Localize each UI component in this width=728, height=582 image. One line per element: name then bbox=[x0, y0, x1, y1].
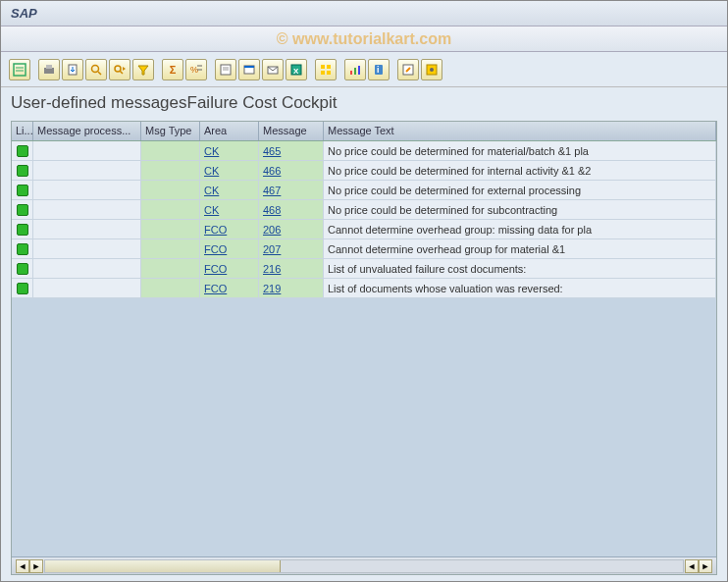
local-file-button[interactable] bbox=[238, 59, 260, 80]
mail-button[interactable] bbox=[262, 59, 284, 80]
scroll-left-button[interactable]: ◄ bbox=[16, 559, 29, 573]
layout-button[interactable] bbox=[315, 59, 337, 80]
process-cell bbox=[33, 259, 141, 278]
sum-button[interactable]: Σ bbox=[162, 59, 183, 80]
details-button[interactable] bbox=[9, 59, 30, 80]
area-cell: FCO bbox=[200, 259, 259, 278]
table-row[interactable]: FCO206Cannot determine overhead group: m… bbox=[12, 220, 716, 239]
status-green-icon bbox=[17, 204, 28, 216]
col-header-lights[interactable]: Li... bbox=[12, 122, 33, 140]
scroll-right-end-button[interactable]: ► bbox=[699, 559, 712, 573]
table-row[interactable]: CK466No price could be determined for in… bbox=[12, 161, 716, 181]
col-header-text[interactable]: Message Text bbox=[324, 122, 716, 140]
message-cell: 466 bbox=[259, 161, 324, 180]
area-link[interactable]: FCO bbox=[204, 224, 227, 236]
text-cell: No price could be determined for materia… bbox=[324, 141, 716, 160]
display-button[interactable] bbox=[421, 59, 442, 80]
svg-text:%: % bbox=[190, 65, 198, 75]
message-link[interactable]: 216 bbox=[263, 263, 281, 275]
msgtype-cell bbox=[141, 141, 200, 160]
msgtype-cell bbox=[141, 259, 200, 278]
status-green-icon bbox=[17, 165, 28, 177]
area-link[interactable]: FCO bbox=[204, 263, 227, 275]
find-button[interactable] bbox=[85, 59, 107, 80]
table-row[interactable]: CK467No price could be determined for ex… bbox=[12, 181, 716, 200]
table-row[interactable]: FCO216List of unvaluated failure cost do… bbox=[12, 259, 716, 279]
subtotal-button[interactable]: % bbox=[185, 59, 207, 80]
status-green-icon bbox=[17, 263, 28, 275]
msgtype-cell bbox=[141, 181, 200, 199]
scroll-thumb[interactable] bbox=[45, 560, 281, 572]
svg-rect-26 bbox=[354, 68, 356, 75]
find-next-button[interactable] bbox=[109, 59, 130, 80]
status-cell bbox=[12, 141, 33, 160]
alv-grid: Li... Message process... Msg Type Area M… bbox=[11, 121, 717, 575]
svg-rect-0 bbox=[14, 64, 26, 76]
table-row[interactable]: FCO219List of documents whose valuation … bbox=[12, 279, 716, 298]
watermark: © www.tutorialkart.com bbox=[277, 30, 451, 48]
area-cell: CK bbox=[200, 161, 259, 180]
message-cell: 219 bbox=[259, 279, 324, 297]
print-preview-button[interactable] bbox=[215, 59, 236, 80]
area-link[interactable]: CK bbox=[204, 165, 219, 177]
status-cell bbox=[12, 279, 33, 297]
msgtype-cell bbox=[141, 161, 200, 180]
msgtype-cell bbox=[141, 200, 200, 219]
svg-rect-21 bbox=[321, 65, 325, 69]
message-link[interactable]: 467 bbox=[263, 185, 281, 196]
table-row[interactable]: FCO207Cannot determine overhead group fo… bbox=[12, 239, 716, 259]
text-cell: No price could be determined for interna… bbox=[324, 161, 716, 180]
print-button[interactable] bbox=[38, 59, 60, 80]
scroll-track[interactable] bbox=[44, 559, 684, 573]
scroll-right-button[interactable]: ► bbox=[29, 559, 43, 573]
msgtype-cell bbox=[141, 279, 200, 297]
table-row[interactable]: CK465No price could be determined for ma… bbox=[12, 141, 716, 161]
message-link[interactable]: 468 bbox=[263, 204, 281, 216]
message-link[interactable]: 466 bbox=[263, 165, 281, 177]
message-cell: 468 bbox=[259, 200, 324, 219]
process-cell bbox=[33, 141, 141, 160]
area-cell: FCO bbox=[200, 279, 259, 297]
status-cell bbox=[12, 181, 33, 199]
message-cell: 206 bbox=[259, 220, 324, 238]
info-button[interactable]: i bbox=[368, 59, 390, 80]
area-cell: FCO bbox=[200, 239, 259, 258]
scroll-left-end-button[interactable]: ◄ bbox=[685, 559, 699, 573]
text-cell: Cannot determine overhead group: missing… bbox=[324, 220, 716, 238]
area-link[interactable]: CK bbox=[204, 145, 219, 157]
status-green-icon bbox=[17, 185, 28, 196]
filter-button[interactable] bbox=[132, 59, 154, 80]
area-cell: FCO bbox=[200, 220, 259, 238]
area-link[interactable]: CK bbox=[204, 185, 219, 196]
table-row[interactable]: CK468No price could be determined for su… bbox=[12, 200, 716, 220]
area-link[interactable]: CK bbox=[204, 204, 219, 216]
status-green-icon bbox=[17, 145, 28, 157]
export-button[interactable] bbox=[62, 59, 83, 80]
svg-rect-17 bbox=[244, 66, 254, 68]
svg-point-6 bbox=[92, 65, 99, 72]
col-header-msgtype[interactable]: Msg Type bbox=[141, 122, 200, 140]
graphic-button[interactable] bbox=[344, 59, 366, 80]
col-header-process[interactable]: Message process... bbox=[33, 122, 141, 140]
message-link[interactable]: 207 bbox=[263, 243, 281, 255]
area-link[interactable]: FCO bbox=[204, 243, 227, 255]
area-link[interactable]: FCO bbox=[204, 283, 227, 294]
svg-text:X: X bbox=[293, 67, 299, 76]
message-cell: 467 bbox=[259, 181, 324, 199]
message-link[interactable]: 465 bbox=[263, 145, 281, 157]
excel-button[interactable]: X bbox=[286, 59, 307, 80]
change-button[interactable] bbox=[397, 59, 419, 80]
svg-line-9 bbox=[120, 71, 123, 74]
title-bar: SAP bbox=[1, 1, 727, 26]
svg-rect-4 bbox=[46, 65, 52, 69]
status-cell bbox=[12, 200, 33, 219]
horizontal-scrollbar: ◄ ► ◄ ► bbox=[12, 556, 716, 574]
area-cell: CK bbox=[200, 181, 259, 199]
message-cell: 465 bbox=[259, 141, 324, 160]
col-header-area[interactable]: Area bbox=[200, 122, 259, 140]
text-cell: List of documents whose valuation was re… bbox=[324, 279, 716, 297]
message-link[interactable]: 219 bbox=[263, 283, 281, 294]
message-link[interactable]: 206 bbox=[263, 224, 281, 236]
col-header-message[interactable]: Message bbox=[259, 122, 324, 140]
status-green-icon bbox=[17, 283, 28, 294]
